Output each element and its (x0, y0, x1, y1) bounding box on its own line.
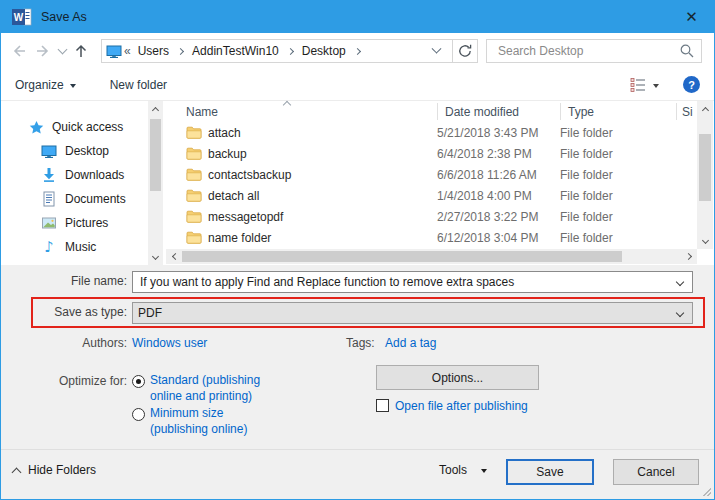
open-file-after-publishing-label[interactable]: Open file after publishing (395, 399, 528, 413)
resize-grip[interactable] (703, 488, 711, 496)
sidebar-item-documents[interactable]: Documents (41, 188, 126, 210)
table-row[interactable]: backup 6/4/2018 2:38 PM File folder (164, 143, 697, 164)
save-options-area: File name: Save as type: PDF Authors: Wi… (1, 265, 714, 449)
refresh-button[interactable] (453, 39, 478, 63)
svg-text:W: W (14, 12, 24, 23)
change-view-button[interactable] (629, 77, 659, 93)
help-button[interactable]: ? (683, 76, 700, 93)
desktop-icon (41, 143, 57, 159)
chevron-down-icon[interactable] (676, 309, 684, 317)
sidebar-scroll-up-button[interactable] (148, 101, 163, 116)
save-as-type-label: Save as type: (1, 305, 127, 319)
documents-icon (41, 191, 57, 207)
type-cell: File folder (560, 231, 676, 245)
file-name-text: detach all (208, 189, 259, 203)
optimize-for-label: Optimize for: (1, 374, 127, 388)
search-icon[interactable] (679, 43, 695, 59)
forward-button[interactable] (31, 39, 55, 63)
file-list-horizontal-scrollbar (166, 249, 697, 264)
dropdown-arrow-icon (481, 469, 487, 473)
open-file-after-publishing-checkbox[interactable] (376, 399, 389, 412)
breadcrumb-separator-icon (287, 47, 294, 54)
table-row[interactable]: name folder 6/12/2018 3:04 PM File folde… (164, 227, 697, 248)
file-name-combobox (132, 271, 693, 293)
sidebar-scroll-down-button[interactable] (148, 250, 163, 265)
help-icon: ? (688, 79, 695, 91)
scrollbar-thumb[interactable] (699, 134, 711, 201)
sidebar-item-label: Quick access (52, 120, 123, 134)
breadcrumb-item-users[interactable]: Users (133, 44, 174, 58)
radio-minimum-size[interactable] (132, 408, 145, 421)
hide-folders-label: Hide Folders (28, 463, 96, 477)
title-bar: W Save As ✕ (1, 1, 714, 33)
type-cell: File folder (560, 126, 676, 140)
radio-standard-label[interactable]: Standard (publishing online and printing… (150, 372, 280, 404)
sidebar-item-downloads[interactable]: Downloads (41, 164, 124, 186)
sort-ascending-icon (283, 101, 291, 109)
file-name-input[interactable] (138, 274, 668, 290)
breadcrumb-collapsed[interactable]: « (122, 44, 133, 58)
options-button-label: Options... (432, 371, 483, 385)
sidebar-item-label: Music (65, 240, 96, 254)
close-button[interactable]: ✕ (669, 1, 714, 33)
footer-bar: Hide Folders Tools Save Cancel (1, 449, 714, 499)
save-button[interactable]: Save (506, 459, 594, 485)
save-as-type-combobox[interactable]: PDF (132, 302, 693, 324)
table-row[interactable]: messagetopdf 2/27/2018 3:22 PM File fold… (164, 206, 697, 227)
scroll-right-button[interactable] (682, 249, 697, 264)
column-header-type[interactable]: Type (568, 105, 594, 119)
tools-dropdown[interactable]: Tools (439, 463, 487, 477)
scroll-left-button[interactable] (166, 249, 181, 264)
file-name-text: name folder (208, 231, 271, 245)
sidebar-item-music[interactable]: ♪ Music (41, 236, 96, 258)
tags-label: Tags: (346, 336, 375, 350)
sidebar-item-pictures[interactable]: Pictures (41, 212, 108, 234)
column-header-size[interactable]: Si (682, 105, 693, 119)
organize-button[interactable]: Organize (15, 78, 76, 92)
table-row[interactable]: detach all 1/4/2018 4:00 PM File folder (164, 185, 697, 206)
new-folder-label: New folder (110, 78, 167, 92)
breadcrumb[interactable]: « Users AddinTestWin10 Desktop (101, 39, 453, 63)
sidebar-item-desktop[interactable]: Desktop (41, 140, 109, 162)
file-name-cell: detach all (164, 189, 437, 203)
folder-icon (186, 168, 202, 181)
file-name-cell: messagetopdf (164, 210, 437, 224)
back-button[interactable] (7, 39, 31, 63)
options-button[interactable]: Options... (376, 365, 539, 390)
sidebar-item-quick-access[interactable]: Quick access (29, 116, 123, 138)
sidebar-scrollbar-thumb[interactable] (150, 119, 161, 191)
radio-minimum-size-label[interactable]: Minimum size (publishing online) (150, 405, 280, 437)
hide-folders-button[interactable]: Hide Folders (13, 463, 96, 477)
breadcrumb-item-user[interactable]: AddinTestWin10 (187, 44, 284, 58)
recent-locations-button[interactable] (55, 39, 69, 63)
table-row[interactable]: contactsbackup 6/6/2018 11:26 AM File fo… (164, 164, 697, 185)
column-header-name[interactable]: Name (186, 105, 218, 119)
radio-standard[interactable] (132, 375, 145, 388)
file-name-text: contactsbackup (208, 168, 291, 182)
up-button[interactable] (69, 39, 93, 63)
add-a-tag-link[interactable]: Add a tag (385, 336, 436, 350)
table-row[interactable]: attach 5/21/2018 3:43 PM File folder (164, 122, 697, 143)
folder-icon (186, 147, 202, 160)
column-header-date-modified[interactable]: Date modified (445, 105, 519, 119)
file-name-cell: backup (164, 147, 437, 161)
scrollbar-thumb[interactable] (182, 251, 622, 262)
dropdown-arrow-icon (653, 84, 659, 88)
cancel-button[interactable]: Cancel (613, 459, 699, 485)
breadcrumb-dropdown-icon[interactable] (432, 43, 442, 53)
search-input[interactable] (496, 43, 679, 59)
authors-label: Authors: (1, 336, 127, 350)
file-name-label: File name: (1, 274, 127, 288)
breadcrumb-item-desktop[interactable]: Desktop (297, 44, 351, 58)
refresh-icon (457, 43, 473, 59)
chevron-down-icon (57, 45, 67, 55)
scroll-up-button[interactable] (697, 101, 713, 116)
authors-value-link[interactable]: Windows user (132, 336, 207, 350)
sidebar-item-label: Desktop (65, 144, 109, 158)
scroll-down-button[interactable] (697, 234, 713, 249)
chevron-up-icon (12, 467, 22, 477)
chevron-down-icon[interactable] (676, 278, 684, 286)
main-area: Quick access Desktop Down (1, 101, 714, 265)
up-arrow-icon (71, 41, 91, 61)
new-folder-button[interactable]: New folder (110, 78, 167, 92)
